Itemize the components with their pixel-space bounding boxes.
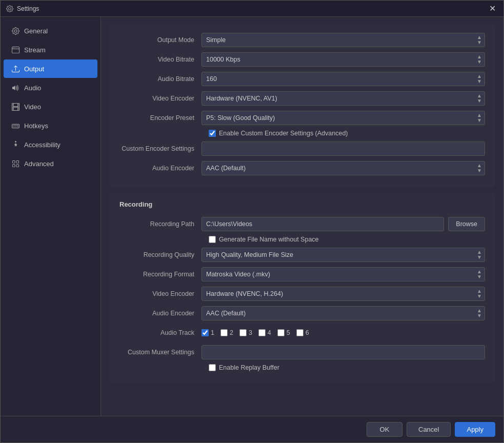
sidebar-item-label: Hotkeys xyxy=(24,122,48,130)
custom-encoder-settings-input[interactable] xyxy=(201,142,485,156)
sidebar-item-video[interactable]: Video xyxy=(4,97,97,116)
audio-track-3-label: 3 xyxy=(249,329,252,336)
rec-video-encoder-wrapper: Hardware (NVENC, H.264) ▲ ▼ xyxy=(201,287,485,301)
rec-audio-encoder-control: AAC (Default) ▲ ▼ xyxy=(201,306,485,320)
sidebar-item-stream[interactable]: Stream xyxy=(4,41,97,59)
audio-track-5-label: 5 xyxy=(287,329,290,336)
custom-encoder-checkbox[interactable] xyxy=(209,130,216,137)
sidebar-item-audio[interactable]: Audio xyxy=(4,78,97,97)
hotkeys-icon xyxy=(11,121,20,130)
rec-video-encoder-select[interactable]: Hardware (NVENC, H.264) xyxy=(201,287,485,301)
rec-audio-encoder-row: Audio Encoder AAC (Default) ▲ ▼ xyxy=(119,306,485,321)
audio-encoder-streaming-row: Audio Encoder AAC (Default) ▲ ▼ xyxy=(119,160,485,176)
audio-bitrate-control: 160 ▲ ▼ xyxy=(201,72,485,86)
replay-buffer-label[interactable]: Enable Replay Buffer xyxy=(219,364,279,371)
rec-video-encoder-control: Hardware (NVENC, H.264) ▲ ▼ xyxy=(201,287,485,301)
custom-encoder-checkbox-label[interactable]: Enable Custom Encoder Settings (Advanced… xyxy=(219,130,348,137)
generate-filename-label[interactable]: Generate File Name without Space xyxy=(219,236,319,243)
custom-encoder-checkbox-row: Enable Custom Encoder Settings (Advanced… xyxy=(119,130,485,137)
video-bitrate-select-wrapper: 10000 Kbps ▲ ▼ xyxy=(201,52,485,67)
close-button[interactable]: ✕ xyxy=(486,3,498,15)
custom-muxer-input[interactable] xyxy=(201,345,485,359)
audio-track-4-checkbox[interactable] xyxy=(258,329,266,336)
rec-audio-encoder-label: Audio Encoder xyxy=(119,310,201,317)
ok-button[interactable]: OK xyxy=(367,422,402,437)
video-icon xyxy=(11,102,20,111)
recording-format-row: Recording Format Matroska Video (.mkv) ▲… xyxy=(119,267,485,282)
audio-bitrate-select[interactable]: 160 xyxy=(201,72,485,86)
recording-path-label: Recording Path xyxy=(119,220,201,228)
custom-encoder-settings-row: Custom Encoder Settings xyxy=(119,141,485,156)
output-mode-select-wrapper: Simple Advanced ▲ ▼ xyxy=(201,33,485,47)
audio-track-5-checkbox[interactable] xyxy=(277,329,285,336)
audio-icon xyxy=(11,83,20,92)
video-bitrate-row: Video Bitrate 10000 Kbps ▲ ▼ xyxy=(119,52,485,67)
audio-encoder-streaming-control: AAC (Default) ▲ ▼ xyxy=(201,161,485,175)
audio-bitrate-row: Audio Bitrate 160 ▲ ▼ xyxy=(119,71,485,87)
audio-bitrate-select-wrapper: 160 ▲ ▼ xyxy=(201,72,485,86)
audio-track-2-label: 2 xyxy=(230,329,233,336)
content-area: Output Mode Simple Advanced ▲ ▼ xyxy=(101,17,503,416)
rec-audio-encoder-wrapper: AAC (Default) ▲ ▼ xyxy=(201,306,485,320)
custom-muxer-control xyxy=(201,345,485,359)
sidebar-item-hotkeys[interactable]: Hotkeys xyxy=(4,116,97,135)
sidebar-item-label: Stream xyxy=(24,46,46,54)
rec-video-encoder-row: Video Encoder Hardware (NVENC, H.264) ▲ … xyxy=(119,286,485,301)
rec-audio-encoder-select[interactable]: AAC (Default) xyxy=(201,306,485,320)
accessibility-icon xyxy=(11,140,20,149)
audio-track-checkboxes: 1 2 3 4 5 6 xyxy=(201,329,485,336)
browse-button[interactable]: Browse xyxy=(448,217,485,231)
audio-track-3-checkbox[interactable] xyxy=(239,329,247,336)
video-encoder-label: Video Encoder xyxy=(119,95,201,102)
sidebar-item-general[interactable]: General xyxy=(4,22,97,40)
custom-encoder-settings-label: Custom Encoder Settings xyxy=(119,145,201,152)
audio-track-row: Audio Track 1 2 3 4 5 xyxy=(119,325,485,340)
output-mode-label: Output Mode xyxy=(119,36,201,44)
generate-filename-checkbox[interactable] xyxy=(209,236,216,243)
recording-quality-control: High Quality, Medium File Size ▲ ▼ xyxy=(201,248,485,262)
encoder-preset-select[interactable]: P5: Slow (Good Quality) xyxy=(201,111,485,125)
audio-track-1-label: 1 xyxy=(211,329,214,336)
footer: OK Cancel Apply xyxy=(1,416,503,442)
gear-icon xyxy=(11,26,20,35)
titlebar-title: Settings xyxy=(17,5,39,12)
apply-button[interactable]: Apply xyxy=(455,422,495,437)
titlebar: Settings ✕ xyxy=(1,1,503,17)
audio-track-6-checkbox[interactable] xyxy=(296,329,304,336)
recording-format-control: Matroska Video (.mkv) ▲ ▼ xyxy=(201,267,485,281)
video-encoder-select-wrapper: Hardware (NVENC, AV1) ▲ ▼ xyxy=(201,91,485,106)
custom-muxer-row: Custom Muxer Settings xyxy=(119,345,485,360)
recording-format-label: Recording Format xyxy=(119,271,201,278)
recording-quality-select[interactable]: High Quality, Medium File Size xyxy=(201,248,485,262)
audio-track-2-checkbox[interactable] xyxy=(220,329,228,336)
sidebar-item-advanced[interactable]: Advanced xyxy=(4,154,97,173)
recording-section: Recording Recording Path Browse Generate… xyxy=(109,193,495,382)
titlebar-left: Settings xyxy=(6,5,39,13)
audio-track-control: 1 2 3 4 5 6 xyxy=(201,329,485,336)
recording-format-wrapper: Matroska Video (.mkv) ▲ ▼ xyxy=(201,267,485,281)
sidebar-item-accessibility[interactable]: Accessibility xyxy=(4,135,97,154)
video-encoder-select[interactable]: Hardware (NVENC, AV1) xyxy=(201,91,485,106)
sidebar-item-label: General xyxy=(24,27,48,35)
audio-encoder-streaming-label: Audio Encoder xyxy=(119,165,201,172)
audio-encoder-streaming-wrapper: AAC (Default) ▲ ▼ xyxy=(201,161,485,175)
sidebar-item-output[interactable]: Output xyxy=(4,59,97,78)
main-content: General Stream xyxy=(1,17,503,416)
audio-track-4-label: 4 xyxy=(268,329,271,336)
recording-path-control: Browse xyxy=(201,217,485,231)
cancel-button[interactable]: Cancel xyxy=(407,422,451,437)
video-bitrate-select[interactable]: 10000 Kbps xyxy=(201,52,485,67)
recording-path-inner: Browse xyxy=(201,217,485,231)
recording-format-select[interactable]: Matroska Video (.mkv) xyxy=(201,267,485,281)
recording-path-row: Recording Path Browse xyxy=(119,216,485,232)
encoder-preset-select-wrapper: P5: Slow (Good Quality) ▲ ▼ xyxy=(201,111,485,125)
output-icon xyxy=(11,64,20,73)
sidebar: General Stream xyxy=(1,17,101,416)
recording-path-input[interactable] xyxy=(201,217,444,231)
output-mode-select[interactable]: Simple Advanced xyxy=(201,33,485,47)
replay-buffer-checkbox[interactable] xyxy=(209,364,216,371)
audio-track-1-checkbox[interactable] xyxy=(201,329,209,336)
custom-encoder-settings-control xyxy=(201,142,485,156)
video-encoder-control: Hardware (NVENC, AV1) ▲ ▼ xyxy=(201,91,485,106)
audio-encoder-streaming-select[interactable]: AAC (Default) xyxy=(201,161,485,175)
